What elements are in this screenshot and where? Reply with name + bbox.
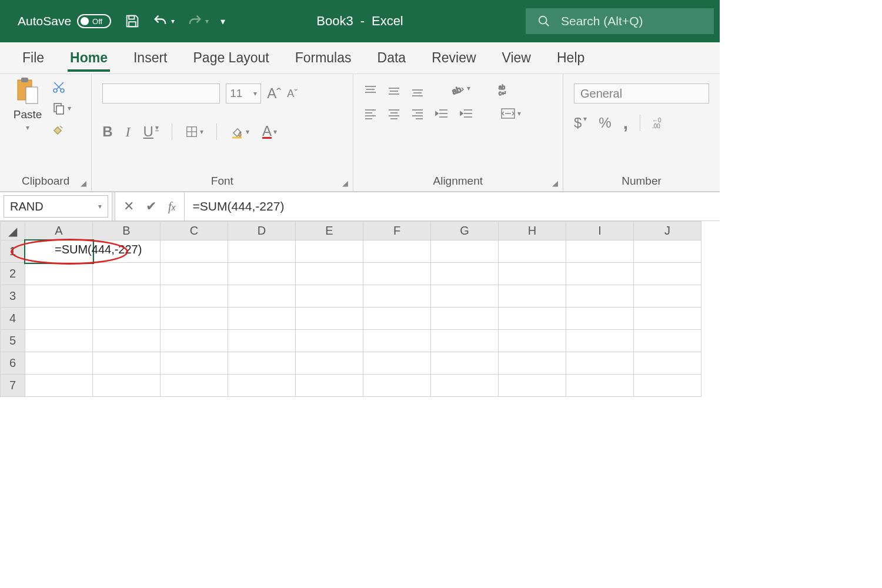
cell[interactable] bbox=[431, 240, 499, 263]
tab-page-layout[interactable]: Page Layout bbox=[191, 44, 272, 72]
cell[interactable] bbox=[566, 308, 634, 330]
cell[interactable] bbox=[363, 240, 431, 263]
cell[interactable] bbox=[431, 263, 499, 285]
copy-icon[interactable]: ▾ bbox=[52, 101, 71, 115]
cell[interactable] bbox=[499, 330, 566, 352]
number-format-select[interactable]: General bbox=[574, 83, 709, 103]
cell[interactable] bbox=[499, 375, 566, 397]
cell[interactable] bbox=[228, 263, 296, 285]
cell[interactable] bbox=[566, 240, 634, 263]
autosave-switch[interactable]: Off bbox=[77, 14, 111, 28]
cell[interactable] bbox=[228, 285, 296, 308]
cell[interactable] bbox=[363, 263, 431, 285]
col-header[interactable]: A bbox=[25, 222, 93, 240]
cell[interactable] bbox=[363, 352, 431, 375]
cell[interactable] bbox=[431, 330, 499, 352]
tab-help[interactable]: Help bbox=[554, 44, 587, 72]
cell[interactable] bbox=[296, 308, 363, 330]
increase-font-icon[interactable]: Aˆ bbox=[267, 85, 281, 102]
fill-color-button[interactable]: ▾ bbox=[230, 125, 249, 139]
comma-style-button[interactable]: , bbox=[623, 113, 628, 133]
cell[interactable] bbox=[634, 285, 701, 308]
cell[interactable] bbox=[296, 352, 363, 375]
cell[interactable] bbox=[93, 330, 161, 352]
cell[interactable] bbox=[431, 352, 499, 375]
format-painter-icon[interactable] bbox=[52, 122, 71, 136]
align-bottom-icon[interactable] bbox=[411, 85, 424, 96]
cell[interactable] bbox=[431, 375, 499, 397]
col-header[interactable]: F bbox=[363, 222, 431, 240]
cell[interactable] bbox=[228, 308, 296, 330]
autosave-toggle[interactable]: AutoSave Off bbox=[18, 14, 111, 28]
col-header[interactable]: H bbox=[499, 222, 566, 240]
tab-data[interactable]: Data bbox=[375, 44, 409, 72]
cell[interactable] bbox=[363, 375, 431, 397]
cell[interactable] bbox=[93, 308, 161, 330]
increase-indent-icon[interactable] bbox=[459, 108, 473, 119]
italic-button[interactable]: I bbox=[126, 124, 131, 140]
cell[interactable] bbox=[296, 285, 363, 308]
insert-function-icon[interactable]: fx bbox=[168, 200, 176, 213]
col-header[interactable]: B bbox=[93, 222, 161, 240]
cell[interactable] bbox=[161, 308, 228, 330]
cell[interactable] bbox=[25, 308, 93, 330]
tab-file[interactable]: File bbox=[20, 44, 46, 72]
decrease-font-icon[interactable]: Aˇ bbox=[287, 88, 298, 100]
cancel-formula-icon[interactable]: ✕ bbox=[123, 199, 134, 214]
cell[interactable] bbox=[296, 330, 363, 352]
decrease-indent-icon[interactable] bbox=[435, 108, 449, 119]
underline-button[interactable]: U▾ bbox=[143, 123, 159, 140]
name-box[interactable]: RAND ▾ bbox=[4, 195, 108, 218]
cell[interactable] bbox=[499, 263, 566, 285]
cell[interactable] bbox=[228, 352, 296, 375]
cell[interactable] bbox=[566, 263, 634, 285]
col-header[interactable]: I bbox=[566, 222, 634, 240]
bold-button[interactable]: B bbox=[102, 123, 112, 140]
tab-insert[interactable]: Insert bbox=[131, 44, 170, 72]
cell[interactable] bbox=[431, 308, 499, 330]
row-header[interactable]: 4 bbox=[1, 308, 25, 330]
tab-review[interactable]: Review bbox=[429, 44, 478, 72]
cell-a1[interactable]: =SUM(444,-227) bbox=[25, 240, 93, 263]
row-header[interactable]: 5 bbox=[1, 330, 25, 352]
font-size-select[interactable]: 11▾ bbox=[226, 83, 261, 103]
cell[interactable] bbox=[431, 285, 499, 308]
search-box[interactable]: Search (Alt+Q) bbox=[526, 8, 714, 34]
cell[interactable] bbox=[228, 240, 296, 263]
enter-formula-icon[interactable]: ✔ bbox=[146, 199, 156, 214]
currency-button[interactable]: $▾ bbox=[574, 115, 587, 131]
increase-decimal-icon[interactable]: ←0.00 bbox=[652, 116, 669, 129]
cell[interactable] bbox=[25, 375, 93, 397]
cell[interactable] bbox=[161, 285, 228, 308]
row-header[interactable]: 2 bbox=[1, 263, 25, 285]
col-header[interactable]: C bbox=[161, 222, 228, 240]
cell[interactable] bbox=[161, 352, 228, 375]
cell[interactable] bbox=[228, 330, 296, 352]
font-color-button[interactable]: A▾ bbox=[262, 125, 277, 139]
cell[interactable] bbox=[161, 375, 228, 397]
cell[interactable] bbox=[499, 240, 566, 263]
align-right-icon[interactable] bbox=[411, 108, 424, 119]
cell[interactable] bbox=[25, 285, 93, 308]
percent-button[interactable]: % bbox=[599, 115, 611, 131]
alignment-launcher-icon[interactable]: ◢ bbox=[552, 179, 558, 188]
cell[interactable] bbox=[634, 240, 701, 263]
undo-button[interactable]: ▾ bbox=[152, 13, 175, 29]
spreadsheet-grid[interactable]: ◢ A B C D E F G H I J 1 =SUM(444,-227) 2… bbox=[0, 221, 720, 397]
cell[interactable] bbox=[25, 330, 93, 352]
row-header[interactable]: 1 bbox=[1, 240, 25, 263]
col-header[interactable]: E bbox=[296, 222, 363, 240]
cell[interactable] bbox=[634, 330, 701, 352]
col-header[interactable]: G bbox=[431, 222, 499, 240]
align-left-icon[interactable] bbox=[364, 108, 377, 119]
cell[interactable] bbox=[296, 375, 363, 397]
col-header[interactable]: D bbox=[228, 222, 296, 240]
cell[interactable] bbox=[161, 240, 228, 263]
paste-button[interactable]: Paste ▾ bbox=[7, 76, 48, 132]
align-top-icon[interactable] bbox=[364, 85, 377, 96]
merge-center-button[interactable]: ▾ bbox=[500, 107, 521, 120]
wrap-text-button[interactable]: abc↵ bbox=[497, 83, 513, 98]
cell[interactable] bbox=[363, 330, 431, 352]
align-middle-icon[interactable] bbox=[387, 85, 400, 96]
row-header[interactable]: 6 bbox=[1, 352, 25, 375]
